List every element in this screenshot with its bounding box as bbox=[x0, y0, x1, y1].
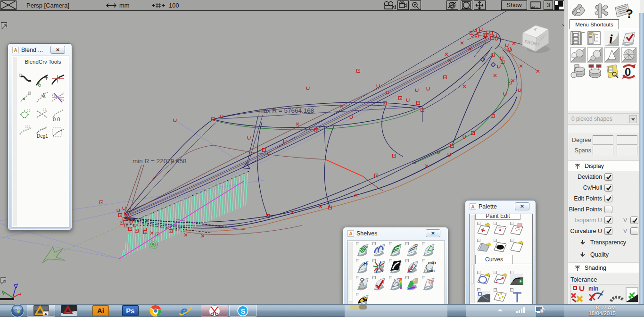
svg-text:min R = 22079.658: min R = 22079.658 bbox=[132, 158, 186, 165]
svg-text:i: i bbox=[609, 32, 613, 46]
svg-text:H: H bbox=[363, 261, 367, 267]
svg-text:0 0: 0 0 bbox=[53, 117, 60, 122]
svg-text:max: max bbox=[428, 260, 436, 265]
svg-text:A: A bbox=[44, 312, 47, 316]
svg-text:min: min bbox=[588, 285, 598, 292]
svg-text:S: S bbox=[241, 307, 246, 315]
svg-text:C: C bbox=[414, 243, 418, 248]
svg-text:?: ? bbox=[626, 7, 633, 20]
svg-text:Deg1: Deg1 bbox=[37, 133, 48, 139]
svg-text:0: 0 bbox=[625, 66, 631, 78]
svg-text:max R = 57664.168: max R = 57664.168 bbox=[258, 107, 314, 114]
svg-text:min: min bbox=[427, 268, 435, 273]
